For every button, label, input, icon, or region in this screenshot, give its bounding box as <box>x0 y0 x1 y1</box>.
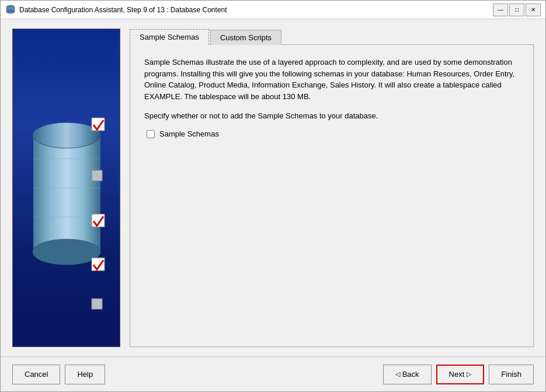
title-bar: Database Configuration Assistant, Step 9… <box>1 1 545 19</box>
window-controls: — □ ✕ <box>493 4 541 16</box>
svg-point-7 <box>33 239 100 265</box>
svg-rect-5 <box>33 135 100 252</box>
maximize-button[interactable]: □ <box>509 4 524 16</box>
next-button[interactable]: Next ▷ <box>436 365 485 384</box>
specify-text: Specify whether or not to add the Sample… <box>144 111 519 120</box>
main-content-area: Sample Schemas Custom Scripts Sample Sch… <box>1 19 545 356</box>
minimize-button[interactable]: — <box>493 4 508 16</box>
app-icon <box>5 5 16 15</box>
main-window: Database Configuration Assistant, Step 9… <box>0 0 546 392</box>
cancel-button[interactable]: Cancel <box>12 365 60 384</box>
svg-point-6 <box>33 123 100 148</box>
description-text: Sample Schemas illustrate the use of a l… <box>144 57 519 102</box>
tab-sample-schemas[interactable]: Sample Schemas <box>130 29 209 45</box>
svg-rect-15 <box>92 299 102 309</box>
next-arrow-icon: ▷ <box>467 370 471 378</box>
tab-custom-scripts[interactable]: Custom Scripts <box>210 30 281 45</box>
back-button[interactable]: ◁ Back <box>383 365 432 384</box>
finish-button[interactable]: Finish <box>489 365 534 384</box>
sample-schemas-label[interactable]: Sample Schemas <box>159 130 219 138</box>
window-title: Database Configuration Assistant, Step 9… <box>19 6 493 14</box>
svg-point-2 <box>6 10 15 13</box>
svg-rect-12 <box>92 170 102 181</box>
close-button[interactable]: ✕ <box>526 4 541 16</box>
footer-right-buttons: ◁ Back Next ▷ Finish <box>383 365 534 384</box>
help-button[interactable]: Help <box>65 365 105 384</box>
right-panel: Sample Schemas Custom Scripts Sample Sch… <box>130 29 534 347</box>
back-arrow-icon: ◁ <box>395 370 400 378</box>
db-illustration-svg <box>17 42 116 334</box>
tab-content-area: Sample Schemas illustrate the use of a l… <box>130 44 534 347</box>
tab-bar: Sample Schemas Custom Scripts <box>130 29 534 44</box>
left-illustration-panel <box>12 29 120 347</box>
footer: Cancel Help ◁ Back Next ▷ Finish <box>1 356 545 391</box>
sample-schemas-checkbox-row: Sample Schemas <box>147 130 519 138</box>
sample-schemas-checkbox[interactable] <box>147 130 155 138</box>
footer-left-buttons: Cancel Help <box>12 365 105 384</box>
